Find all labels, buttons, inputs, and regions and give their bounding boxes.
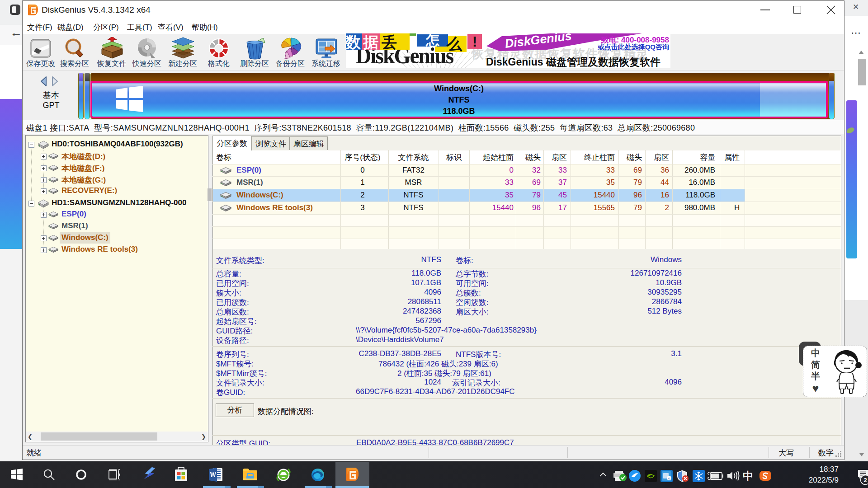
svg-text:e: e xyxy=(668,477,670,480)
svg-text:2: 2 xyxy=(863,477,867,483)
